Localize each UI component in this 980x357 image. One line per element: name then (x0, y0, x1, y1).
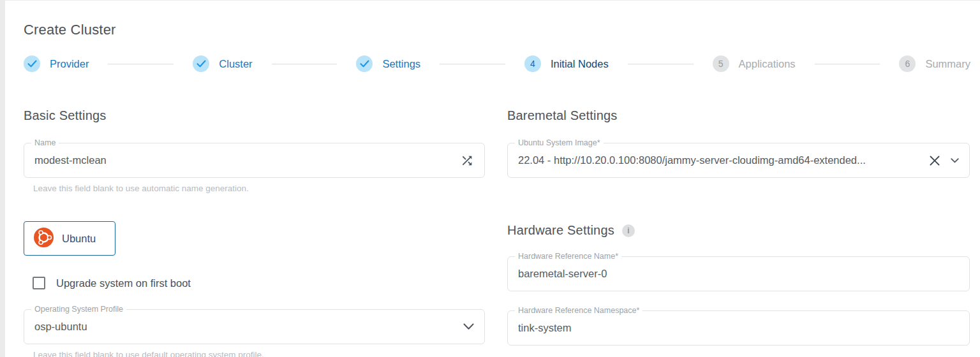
step-applications[interactable]: 5 Applications (713, 55, 796, 72)
step-label: Initial Nodes (551, 58, 609, 70)
ubuntu-system-image-value[interactable]: 22.04 - http://10.20.0.100:8080/jammy-se… (518, 154, 919, 166)
step-number: 5 (713, 55, 729, 72)
step-connector (272, 64, 338, 64)
wizard-content: Basic Settings Name modest-mclean Leave … (24, 108, 970, 357)
chevron-down-icon[interactable] (951, 158, 959, 163)
hardware-reference-namespace-value[interactable]: tink-system (518, 322, 959, 334)
ubuntu-os-button[interactable]: Ubuntu (24, 221, 115, 256)
page-title: Create Cluster (24, 22, 970, 38)
cluster-name-value[interactable]: modest-mclean (34, 154, 460, 166)
hardware-settings-title: Hardware Settings (507, 223, 614, 238)
baremetal-settings-heading: Baremetal Settings (507, 108, 970, 123)
wizard-stepper: Provider Cluster Settings 4 Initial Node… (24, 55, 970, 72)
step-settings[interactable]: Settings (356, 55, 420, 72)
step-check-icon (356, 55, 373, 72)
ubuntu-system-image-select[interactable]: Ubuntu System Image* 22.04 - http://10.2… (507, 143, 970, 178)
ubuntu-os-button-label: Ubuntu (62, 233, 96, 245)
create-cluster-wizard: Create Cluster Provider Cluster Settings… (0, 1, 980, 357)
upgrade-checkbox-label: Upgrade system on first boot (56, 277, 191, 289)
step-connector (628, 64, 694, 64)
hardware-reference-name-label: Hardware Reference Name* (515, 252, 621, 261)
step-initial-nodes[interactable]: 4 Initial Nodes (524, 55, 609, 72)
cluster-name-field[interactable]: Name modest-mclean (24, 143, 485, 178)
step-cluster[interactable]: Cluster (193, 55, 252, 72)
step-check-icon (24, 55, 40, 72)
step-label: Cluster (219, 58, 252, 70)
upgrade-checkbox[interactable] (33, 277, 45, 289)
clear-icon[interactable] (930, 156, 940, 166)
os-profile-value[interactable]: osp-ubuntu (34, 321, 463, 333)
hardware-reference-namespace-field[interactable]: Hardware Reference Namespace* tink-syste… (507, 310, 970, 346)
ubuntu-system-image-label: Ubuntu System Image* (515, 138, 604, 147)
chevron-down-icon[interactable] (463, 323, 474, 330)
baremetal-settings-section: Baremetal Settings Ubuntu System Image* … (507, 108, 970, 357)
info-icon[interactable]: i (622, 224, 635, 237)
os-profile-helper: Leave this field blank to use default op… (33, 350, 485, 357)
hardware-reference-namespace-label: Hardware Reference Namespace* (515, 306, 642, 315)
step-number: 4 (524, 55, 541, 72)
upgrade-checkbox-row[interactable]: Upgrade system on first boot (33, 277, 485, 289)
os-profile-label: Operating System Profile (31, 305, 126, 314)
os-profile-select[interactable]: Operating System Profile osp-ubuntu (24, 309, 485, 344)
step-label: Applications (739, 58, 796, 70)
step-check-icon (193, 55, 209, 72)
step-label: Provider (50, 58, 89, 70)
basic-settings-section: Basic Settings Name modest-mclean Leave … (24, 108, 485, 357)
shuffle-icon[interactable] (460, 154, 474, 168)
step-number: 6 (899, 55, 916, 72)
step-connector (108, 64, 174, 64)
ubuntu-logo-icon (34, 228, 54, 249)
basic-settings-heading: Basic Settings (24, 108, 485, 123)
step-label: Summary (925, 58, 970, 70)
hardware-reference-name-value[interactable]: baremetal-server-0 (518, 268, 959, 280)
left-edge-strip (0, 0, 5, 357)
cluster-name-helper: Leave this field blank to use automatic … (33, 184, 485, 193)
step-connector (440, 64, 505, 64)
cluster-name-label: Name (31, 138, 59, 147)
step-label: Settings (382, 58, 420, 70)
step-provider[interactable]: Provider (24, 55, 89, 72)
step-connector (815, 64, 880, 64)
hardware-settings-heading: Hardware Settings i (507, 223, 970, 238)
step-summary[interactable]: 6 Summary (899, 55, 970, 72)
hardware-reference-name-field[interactable]: Hardware Reference Name* baremetal-serve… (507, 256, 970, 291)
